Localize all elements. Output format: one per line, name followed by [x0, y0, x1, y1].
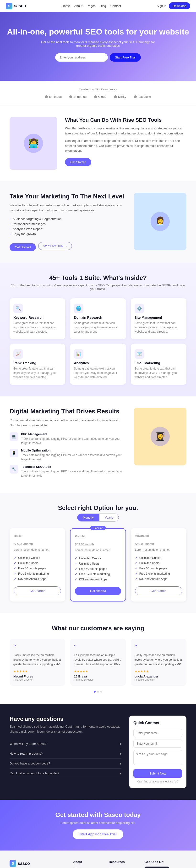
- tool-card-3: 📈 Rank Tracking Some great feature text …: [9, 344, 65, 384]
- plan-feature-0-0: Unlimited Guests: [14, 555, 61, 561]
- hero-title: All-in-one, powerful SEO tools for your …: [6, 26, 190, 37]
- faq-item-1[interactable]: How to return products? ▾: [9, 749, 121, 759]
- trusted-logo-3: Minity: [114, 95, 126, 98]
- contact-message-input[interactable]: [133, 750, 182, 765]
- cta-section: Get started with Sasco today Lorem ipsum…: [0, 800, 196, 850]
- plan-features-1: Unlimited Guests Unlimited Users Free 50…: [75, 556, 121, 582]
- pricing-toggle: Monthly Yearly: [9, 514, 187, 522]
- faq-question-text-0: When will my order arrive?: [9, 742, 46, 746]
- hero-cta-button[interactable]: Start Free Trial: [110, 53, 141, 62]
- marketing-trial-button[interactable]: Start Free Trial →: [38, 242, 72, 250]
- toggle-monthly[interactable]: Monthly: [77, 514, 99, 522]
- feature-3: Enjoy the growth: [9, 231, 126, 237]
- plan-desc-1: Lorem ipsum dolor sit amet.: [75, 549, 121, 552]
- footer-about-heading: About: [73, 860, 101, 864]
- testimonial-1: " Easily impressed me on multiple levels…: [70, 639, 126, 686]
- plan-price-1: $49.00/month: [75, 539, 121, 547]
- app-store-button[interactable]: 🍎 App Store: [144, 867, 169, 868]
- service-item-2: 🔧 Technical SEO Audit Track both ranking…: [9, 465, 126, 478]
- tool-card-0: 🔍 Keyword Research Some great feature te…: [9, 298, 65, 339]
- stars-2: ★★★★★: [134, 670, 183, 673]
- service-item-1: 📱 Mobile Optimization Track both ranking…: [9, 448, 126, 462]
- footer-logo: S sasco: [9, 860, 66, 867]
- dot-0[interactable]: [94, 691, 95, 692]
- footer-brand: S sasco This page will contain your bran…: [9, 860, 66, 868]
- brand-name: sasco: [14, 3, 26, 8]
- trusted-label: Trusted by 5K+ Companies: [6, 88, 190, 91]
- plan-feature-2-1: Unlimited Users: [135, 561, 182, 566]
- service-icon-0: 💻: [9, 432, 18, 441]
- role-1: Finance Director: [74, 678, 122, 681]
- tool-icon-4: 📊: [74, 349, 83, 359]
- nav-pages[interactable]: Pages: [87, 4, 95, 8]
- signin-button[interactable]: Sign In: [157, 4, 166, 8]
- tool-icon-3: 📈: [13, 349, 23, 359]
- toggle-yearly[interactable]: Yearly: [99, 514, 119, 522]
- nav-actions: Sign In Download: [157, 2, 190, 9]
- tools-title: 45+ Tools 1 Suite. What's Inside?: [9, 274, 187, 282]
- dot-1[interactable]: [97, 691, 99, 692]
- what-cta-button[interactable]: Get Started: [65, 158, 91, 166]
- service-icon-2: 🔧: [9, 465, 18, 473]
- pricing-grid: Basic $29.00/month Lorem ipsum dolor sit…: [9, 528, 187, 601]
- faq-item-0[interactable]: When will my order arrive? ▾: [9, 739, 121, 749]
- chevron-down-icon-0: ▾: [120, 742, 121, 746]
- cta-title: Get started with Sasco today: [9, 811, 187, 818]
- testimonial-text-1: Easily impressed me on multiple levels b…: [74, 653, 122, 667]
- plan-cta-2[interactable]: Get Started: [135, 586, 182, 595]
- hero-email-input[interactable]: [55, 53, 108, 62]
- marketing-cta-button[interactable]: Get Started: [9, 243, 36, 251]
- nav-contact[interactable]: Contact: [110, 4, 121, 8]
- role-2: Finance Director: [134, 678, 183, 681]
- tool-icon-5: 📧: [134, 349, 144, 359]
- person3-icon: 👩‍🎓: [151, 427, 170, 446]
- plan-features-0: Unlimited Guests Unlimited Users Free 50…: [14, 555, 61, 582]
- plan-feature-1-3: Free 3 clients marketing: [75, 571, 121, 577]
- author-0: Naomi Flores: [13, 675, 62, 678]
- tool-icon-2: ⚙️: [134, 304, 144, 313]
- tools-section: 45+ Tools 1 Suite. What's Inside? 45+ of…: [0, 262, 196, 396]
- nav-blog[interactable]: Blog: [100, 4, 106, 8]
- faq-item-2[interactable]: Do you have a coupon code? ▾: [9, 759, 121, 769]
- download-button[interactable]: Download: [169, 2, 190, 9]
- testimonials-grid: " Easily impressed me on multiple levels…: [9, 639, 187, 686]
- chevron-down-icon-1: ▾: [120, 752, 121, 755]
- brand-logo[interactable]: S sasco: [6, 3, 26, 9]
- trusted-logos: Iuminous Snapthus Cloud Minity luxedluxe: [6, 95, 190, 98]
- footer-res-0[interactable]: Privacy: [109, 867, 137, 868]
- service-desc-1: Track both ranking and logging PPC for w…: [21, 453, 126, 462]
- tool-desc-5: Some great feature text that can improve…: [134, 366, 183, 379]
- plan-feature-2-3: Free 3 clients marketing: [135, 571, 182, 576]
- plan-name-1: Popular: [75, 534, 121, 538]
- nav-about[interactable]: About: [74, 4, 82, 8]
- footer: S sasco This page will contain your bran…: [0, 850, 196, 868]
- plan-name-2: Advanced: [135, 534, 182, 537]
- what-para2: Consequat id amet laborum culpa ad elit …: [65, 138, 187, 153]
- quote-mark-1: ": [74, 644, 122, 651]
- plan-feature-1-1: Unlimited Users: [75, 561, 121, 566]
- plan-feature-1-2: Free 50 counts pages: [75, 566, 121, 571]
- service-desc-2: Track both ranking and logging PPC for s…: [21, 469, 126, 478]
- tool-desc-0: Some great feature text that can improve…: [13, 321, 62, 334]
- testimonials-section: What our customers are saying " Easily i…: [0, 613, 196, 704]
- tool-card-4: 📊 Analytics Some great feature text that…: [70, 344, 126, 384]
- cta-button[interactable]: Start App For Free Trial: [73, 829, 123, 839]
- footer-about-0[interactable]: About: [73, 867, 101, 868]
- author-2: Lucia Alexander: [134, 675, 183, 678]
- plan-feature-2-4: iOS and Android Apps: [135, 576, 182, 582]
- contact-name-input[interactable]: [133, 729, 182, 737]
- contact-submit-button[interactable]: Submit Now: [133, 769, 182, 778]
- faq-item-3[interactable]: Can I get a discount for a big order? ▾: [9, 769, 121, 778]
- plan-cta-0[interactable]: Get Started: [14, 586, 61, 595]
- dot-2[interactable]: [101, 691, 102, 692]
- contact-email-input[interactable]: [133, 740, 182, 748]
- digital-title: Digital Marketing That Drives Results: [9, 408, 126, 415]
- digital-image: 👩‍🎓: [134, 408, 187, 465]
- cta-desc: Lorem ipsum dolor sit amet consectetur a…: [9, 821, 187, 825]
- plan-cta-1[interactable]: Get Started: [75, 587, 121, 595]
- features-list: Audience targeting & Segmentation Person…: [9, 216, 126, 237]
- pricing-card-advanced: Advanced $69.00/month Lorem ipsum dolor …: [131, 528, 187, 601]
- author-1: 15 Brava: [74, 675, 122, 678]
- quick-contact-card: Quick Contact Submit Now Can't find what…: [129, 716, 187, 788]
- nav-home[interactable]: Home: [62, 4, 70, 8]
